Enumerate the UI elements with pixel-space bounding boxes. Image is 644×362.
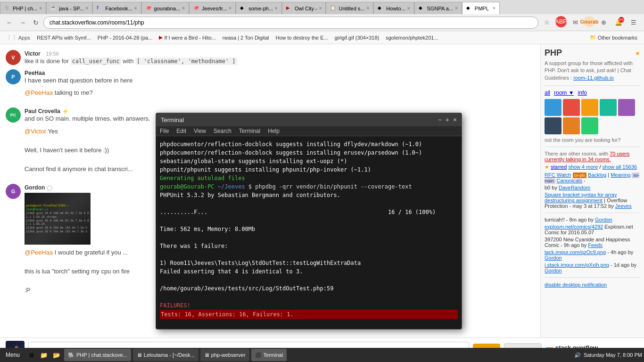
- reload-button[interactable]: ↻: [30, 17, 41, 28]
- bookmark-apps[interactable]: ⋮⋮ Apps: [4, 33, 33, 41]
- tab-close-php[interactable]: ×: [39, 6, 42, 11]
- tab-someph[interactable]: ◆ some-ph... ×: [236, 2, 282, 14]
- terminal-body[interactable]: phpdocumentor/reflection-docblock sugges…: [156, 136, 462, 326]
- tab-close-pmpl[interactable]: ×: [493, 6, 495, 11]
- gordon-link-1[interactable]: Gordon: [595, 217, 612, 222]
- tab-close-sgnpa[interactable]: ×: [455, 6, 458, 11]
- tab-java[interactable]: ☕ java - SP... ×: [46, 2, 92, 14]
- taskbar-icon-2[interactable]: 📁: [38, 349, 50, 361]
- tab-untitled[interactable]: 📋 Untitled s... ×: [326, 2, 373, 14]
- taskbar-icon-3[interactable]: 📂: [51, 349, 62, 361]
- sidebar-actions: all room ▼ info: [545, 90, 640, 96]
- starred-link[interactable]: starred: [551, 164, 567, 170]
- terminal-menu-help[interactable]: Help: [268, 128, 280, 134]
- bookmark-bird[interactable]: ▶ If I were a Bird - Hito...: [156, 33, 218, 41]
- terminal-menu-file[interactable]: File: [160, 128, 169, 134]
- bookmark-sgolemon[interactable]: sgolemon/phptek201...: [383, 34, 441, 41]
- tab-jeeves[interactable]: 🐙 Jeeves/tr... ×: [189, 2, 236, 14]
- tab-close-java[interactable]: ×: [85, 6, 88, 11]
- terminal-minimize-button[interactable]: −: [438, 116, 441, 123]
- extensions-icon[interactable]: ⊕: [597, 16, 610, 29]
- tab-php[interactable]: 🐘 PHP | ch... ×: [0, 2, 46, 14]
- starred-item-2: b0 by DaveRandom: [545, 185, 640, 190]
- profile-icon[interactable]: Gourab: [584, 16, 595, 27]
- show-more-link[interactable]: show 4 more: [568, 164, 598, 170]
- taskbar-item-php[interactable]: 🐘 PHP | chat.stackove...: [64, 349, 131, 361]
- mention-victor: @Victor: [25, 128, 46, 135]
- daverandom-link[interactable]: DaveRandom: [559, 185, 590, 190]
- tab-close-someph[interactable]: ×: [275, 6, 278, 11]
- tab-howto[interactable]: ◆ Howto... ×: [373, 2, 414, 14]
- show-all-link[interactable]: show all 15636: [603, 164, 637, 170]
- browser-toolbar: ← → ↻ ☆ ABP ✉ Gourab ⊕ 🔔89 ☰: [0, 14, 644, 31]
- action-room[interactable]: room ▼: [554, 90, 574, 96]
- meaning-link[interactable]: Meaning: [611, 172, 630, 178]
- paul-lightning-icon: ⚡: [62, 108, 69, 114]
- bookmark-rwasa[interactable]: rwasa | 2 Ton Digital: [220, 34, 272, 41]
- backlog-link[interactable]: Backlog: [588, 172, 606, 178]
- t-failures-label: FAILURES!: [160, 302, 190, 309]
- terminal-menu-edit[interactable]: Edit: [176, 128, 186, 134]
- square-bracket-link[interactable]: Square bracket syntax for array destruct…: [545, 192, 617, 203]
- tab-gourab[interactable]: 🐙 gourabna... ×: [141, 2, 190, 14]
- jeeves-link[interactable]: Jeeves: [615, 203, 632, 209]
- taskbar-system-icons: 🖥 📁 📂: [25, 349, 62, 361]
- taskbar-menu-button[interactable]: Menu: [2, 352, 24, 358]
- gordon-link-2[interactable]: Gordon: [545, 255, 562, 261]
- bookmark-php[interactable]: PHP - 2016-04-28 (pa...: [95, 34, 156, 41]
- taskbar-icon-1[interactable]: 🖥: [25, 349, 37, 361]
- rfc-watch-link[interactable]: RFC Watch: [545, 172, 571, 178]
- bookmark-rest[interactable]: REST APIs with Symf...: [34, 34, 94, 41]
- taskbar-item-terminal[interactable]: ⬛ Terminal: [251, 349, 287, 361]
- tab-pmpl[interactable]: ◆ PMPL ×: [462, 2, 500, 14]
- bookmark-girlgif[interactable]: girlgif.gif (304×318): [332, 34, 382, 41]
- t-line-3: phpunit/phpunit suggests installing phpu…: [160, 165, 458, 174]
- tab-close-howto[interactable]: ×: [407, 6, 410, 11]
- msg-text-victor-1: like it is done for call_user_func with …: [25, 57, 535, 66]
- bookmark-other[interactable]: 📁 Other bookmarks: [587, 33, 640, 41]
- abp-icon[interactable]: ABP: [555, 16, 567, 27]
- tab-close-untitled[interactable]: ×: [367, 6, 370, 11]
- right-sidebar: PHP ★ A support group for those afflicte…: [540, 44, 644, 337]
- tab-close-owlcity[interactable]: ×: [319, 6, 322, 11]
- bookmark-star-icon[interactable]: ☆: [540, 16, 553, 29]
- canonicals-link[interactable]: Canonicals: [557, 178, 582, 183]
- feeds-link[interactable]: Feeds: [588, 242, 603, 248]
- action-all[interactable]: all: [545, 90, 550, 96]
- notifications-icon[interactable]: 🔔89: [612, 16, 625, 29]
- terminal-menu-terminal[interactable]: Terminal: [239, 128, 260, 134]
- settings-icon[interactable]: ☰: [627, 16, 640, 29]
- rooms-count-link[interactable]: 70 users currently talking in 34 rooms.: [545, 151, 629, 162]
- bookmark-howto[interactable]: How to destroy the E...: [272, 34, 330, 41]
- explosm-link[interactable]: explosm.net/comics/4292: [545, 224, 603, 230]
- gordon-icon: ◯: [47, 185, 52, 190]
- tab-sgnpa[interactable]: ◆ SGNPA a... ×: [414, 2, 462, 14]
- taskbar-item-leloutama[interactable]: 🖥 Leloutama - [~/Desk...: [133, 349, 198, 361]
- terminal-menu-view[interactable]: View: [194, 128, 206, 134]
- action-info[interactable]: info: [578, 90, 587, 96]
- tab-close-jeeves[interactable]: ×: [229, 6, 231, 11]
- room-link[interactable]: room-11.github.io: [573, 75, 614, 81]
- imgur-link-1[interactable]: tack.imgur.com/qzOc9.png: [545, 249, 606, 255]
- taskbar-item-webserver[interactable]: 🖥 php-webserver: [200, 349, 249, 361]
- terminal-menu-search[interactable]: Search: [214, 128, 231, 134]
- user-thumb-7: [563, 117, 580, 134]
- terminal-title: Terminal: [161, 116, 184, 123]
- t-line-empty: [160, 319, 458, 326]
- tab-close-fb[interactable]: ×: [134, 6, 137, 11]
- sidebar-divider-3: [545, 213, 640, 213]
- forward-button[interactable]: →: [17, 17, 28, 28]
- tab-close-gourab[interactable]: ×: [182, 6, 185, 11]
- tab-title-gourab: gourabna...: [154, 6, 181, 11]
- star-button[interactable]: ★: [635, 50, 640, 57]
- terminal-maximize-button[interactable]: +: [446, 116, 449, 123]
- tab-owlcity[interactable]: ▶ Owl City - ×: [282, 2, 326, 14]
- terminal-close-button[interactable]: ×: [453, 116, 457, 123]
- tab-facebook[interactable]: f Facebook... ×: [92, 2, 141, 14]
- imgur-link-2[interactable]: i.stack.imgur.com/gXxih.png: [545, 262, 609, 268]
- address-bar[interactable]: [43, 16, 538, 29]
- disable-notif-link[interactable]: disable desktop notification: [545, 282, 607, 288]
- gordon-link-3[interactable]: Gordon: [545, 268, 562, 273]
- back-button[interactable]: ←: [4, 17, 15, 28]
- user-thumb-3: [581, 99, 598, 116]
